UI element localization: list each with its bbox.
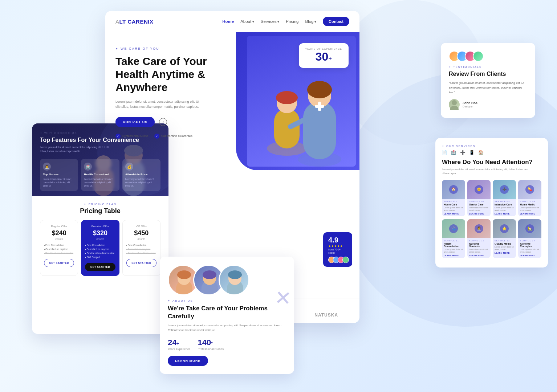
service-name-3: Intensive Care [495,203,514,206]
svg-rect-9 [318,102,321,111]
service-bg-8: 🏡 [518,219,541,238]
hero-body: WE CARE OF YOU Take Care of Your Health … [105,32,359,323]
nurses-title: Top Nurses [43,173,75,176]
rating-badge: 4.9 ★★★★★ from 700+ client [323,232,352,267]
services-title: Where Do You Need Attention? [442,159,541,166]
service-label-8: SERVICE 14 At Home Therapies Lorem ipsum… [518,238,541,258]
about-stats: 24+ Years Experience 140° Professional N… [168,338,286,351]
svg-rect-1 [274,109,300,148]
service-img-2: 👴 [467,180,491,199]
service-learn-1[interactable]: LEARN MORE [444,213,463,215]
nav-pricing[interactable]: Pricing [286,19,298,24]
experience-stat-label: Years Experience [168,347,190,351]
service-desc-5: Lorem ipsum dolor sit amet, conse. [444,248,463,253]
rating-stars: ★★★★★ [328,244,347,248]
testimonial-author: John Doe Designer [449,99,527,110]
service-quality-medis: ⭐ SERVICE 13 Quality Medis Lorem ipsum d… [493,219,516,258]
services-tag: OUR SERVICES [442,144,541,148]
regular-f3: Provide all medical service [44,251,74,255]
service-img-1: 🏠 [442,180,465,199]
testimonial-quote: "Lorem ipsum dolor sit amet, consectetur… [449,81,527,95]
nav-home[interactable]: Home [222,19,234,24]
services-icons-row: 📄 🏥 ➕ 📱 🏠 [442,150,541,155]
brand-natuska: NATUSKA [314,313,338,318]
service-badge-5: SERVICE 11 [444,240,463,242]
service-learn-6[interactable]: LEARN MORE [469,254,489,257]
hero-description: Lorem ipsum dolor sit amet, consectetur … [115,99,203,110]
author-avatar [449,99,460,110]
services-desc: Lorem ipsum dolor sit amet, consectetur … [442,167,541,176]
svg-point-7 [307,81,332,98]
service-name-7: Quality Medis [495,242,514,245]
service-img-7: ⭐ [493,219,516,238]
hero-title: Take Care of Your Health Anytime & Anywh… [115,55,235,94]
service-icon-1: 📄 [442,150,447,155]
service-icon-5: 🏠 [478,150,484,155]
service-learn-3[interactable]: LEARN MORE [495,213,514,215]
service-learn-5[interactable]: LEARN MORE [444,254,463,257]
regular-get-started-button[interactable]: GET STARTED [44,259,74,267]
service-icon-4: 📱 [469,150,475,155]
regular-period: /month [44,238,74,240]
learn-more-button[interactable]: LEARN MORE [168,356,208,366]
nav-services[interactable]: Services [261,19,280,24]
nav-about[interactable]: About [240,19,254,24]
experience-number: 30+ [305,50,342,64]
service-icon-2: 🏥 [451,150,456,155]
service-img-3: ➕ [493,180,516,199]
service-overlay-4: 💊 [525,185,534,194]
service-name-6: Nursing Services [469,242,489,248]
rating-client: client [328,251,347,254]
professional-nurse-badge: ✓ Professional Nurse [115,134,149,139]
svg-point-3 [276,91,298,104]
health-icon: 🏥 [84,163,92,171]
hero-card: ALT CARENIX Home About Services Pricing … [105,11,359,323]
service-label-4: SERVICE 04 Home Medic Lorem ipsum dolor … [518,199,541,216]
service-bg-4: 💊 [518,180,541,199]
service-bg-3: ➕ [493,180,516,199]
service-img-8: 🏡 [518,219,541,238]
regular-f1: Free Consultation [44,243,74,247]
service-label-2: SERVICE 02 Senior Care Lorem ipsum dolor… [467,199,491,216]
service-learn-7[interactable]: LEARN MORE [495,252,514,254]
author-role: Designer [463,105,477,108]
author-info: John Doe Designer [463,101,477,108]
service-bg-5: 🩺 [442,219,465,238]
testimonial-title: Review From Clients [449,71,527,77]
nav-contact-button[interactable]: Contact [323,17,349,26]
rating-number: 4.9 [328,236,338,244]
svg-point-25 [452,100,457,105]
satisfaction-badge: ✓ Satisfaction Guarantee [154,134,192,139]
service-icon-3: ➕ [460,150,465,155]
service-health-consultation: 🩺 SERVICE 11 Health Consultation Lorem i… [442,219,465,258]
service-learn-4[interactable]: LEARN MORE [520,213,540,215]
regular-label: Regular Offer [44,225,74,228]
service-desc-6: Lorem ipsum dolor sit amet, conse. [469,248,489,253]
service-learn-8[interactable]: LEARN MORE [520,254,540,257]
service-desc-2: Lorem ipsum dolor sit amet, conse. [469,207,489,212]
t-avatar-4 [473,51,484,62]
service-badge-6: SERVICE 12 [469,240,489,242]
rating-from: from 700+ [328,248,347,251]
contact-us-button[interactable]: CONTACT US [115,117,155,127]
hero-left-content: WE CARE OF YOU Take Care of Your Health … [105,32,245,323]
next-arrow-button[interactable]: › [159,118,167,126]
service-home-therapies: 🏡 SERVICE 14 At Home Therapies Lorem ips… [518,219,541,258]
services-card: OUR SERVICES 📄 🏥 ➕ 📱 🏠 Where Do You Need… [435,138,548,268]
service-bg-1: 🏠 [442,180,465,199]
service-name-8: At Home Therapies [520,242,540,248]
service-name-2: Senior Care [469,203,489,206]
service-overlay-8: 🏡 [525,224,534,233]
service-badge-2: SERVICE 02 [469,200,489,203]
service-label-6: SERVICE 12 Nursing Services Lorem ipsum … [467,238,491,258]
service-learn-2[interactable]: LEARN MORE [469,213,489,215]
svg-point-26 [450,106,459,110]
service-desc-4: Lorem ipsum dolor sit amet, conse. [520,207,540,212]
experience-badge: YEARS OF EXPERIENCE 30+ [299,43,349,68]
nav-blog[interactable]: Blog [305,19,317,24]
author-name: John Doe [463,101,477,105]
badge-dot-2: ✓ [154,134,159,139]
rating-avatars [328,257,347,263]
service-overlay-3: ➕ [500,185,509,194]
service-img-4: 💊 [518,180,541,199]
